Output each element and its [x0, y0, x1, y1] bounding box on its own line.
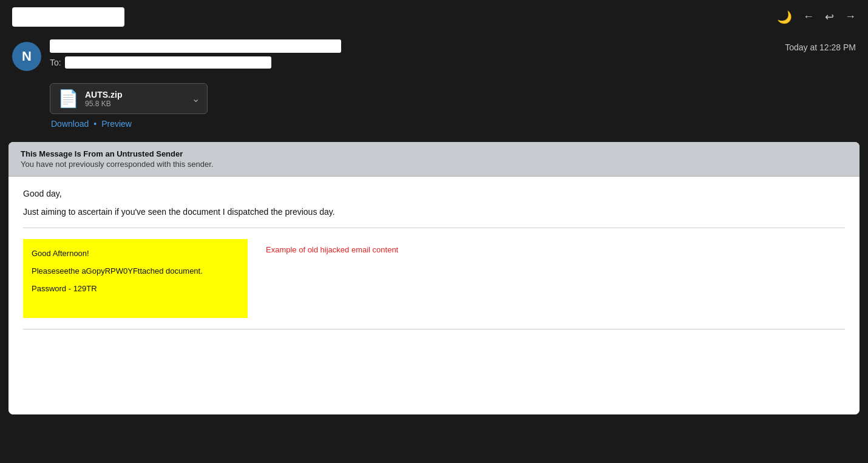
attachment-size: 95.8 KB [85, 100, 192, 108]
email-footer-space [8, 342, 860, 414]
forward-icon[interactable]: → [845, 10, 856, 23]
back-icon[interactable]: ← [803, 10, 814, 23]
email-timestamp: Today at 12:28 PM [785, 40, 856, 52]
email-greeting: Good day, [23, 189, 845, 198]
avatar: N [12, 42, 41, 71]
email-header: N Today at 12:28 PM To: [0, 33, 868, 80]
top-toolbar: 🌙 ← ↩ → [0, 0, 868, 33]
toolbar-left [12, 7, 124, 27]
attachment-chevron-icon: ⌄ [192, 93, 200, 104]
zip-file-icon: 📄 [58, 89, 79, 109]
email-content: Good day, Just aiming to ascertain if yo… [8, 177, 860, 342]
email-divider-bottom [23, 329, 845, 330]
quoted-line-1: Good Afternoon! [32, 249, 239, 258]
attachment-info: AUTS.zip 95.8 KB [85, 90, 192, 108]
email-meta-row: N Today at 12:28 PM To: [12, 39, 856, 71]
toolbar-right: 🌙 ← ↩ → [777, 10, 856, 24]
attachment-box[interactable]: 📄 AUTS.zip 95.8 KB ⌄ [50, 83, 208, 114]
email-divider-top [23, 228, 845, 228]
untrusted-title: This Message Is From an Untrusted Sender [21, 149, 847, 158]
search-bar[interactable] [12, 7, 124, 27]
attachment-area: 📄 AUTS.zip 95.8 KB ⌄ Download • Preview [0, 80, 868, 135]
preview-link[interactable]: Preview [101, 119, 132, 129]
moon-icon[interactable]: 🌙 [777, 10, 792, 24]
quoted-section: Good Afternoon! Pleaseseethe aGopyRPW0YF… [23, 239, 845, 318]
to-label: To: [50, 58, 61, 67]
untrusted-subtitle: You have not previously corresponded wit… [21, 160, 847, 169]
email-details: Today at 12:28 PM To: [50, 39, 856, 69]
download-link[interactable]: Download [51, 119, 89, 129]
attachment-separator: • [93, 119, 97, 129]
hijacked-email-label: Example of old hijacked email content [266, 239, 398, 254]
to-redacted [65, 56, 271, 69]
to-row: To: [50, 56, 856, 69]
untrusted-banner: This Message Is From an Untrusted Sender… [8, 142, 860, 177]
attachment-filename: AUTS.zip [85, 90, 192, 100]
reply-all-icon[interactable]: ↩ [825, 10, 834, 24]
quoted-line-2: Pleaseseethe aGopyRPW0YFttached document… [32, 266, 239, 275]
subject-redacted [50, 39, 341, 53]
email-body-text: Just aiming to ascertain if you've seen … [23, 207, 845, 217]
attachment-links: Download • Preview [50, 119, 856, 129]
email-body-container: This Message Is From an Untrusted Sender… [8, 142, 860, 414]
subject-row: Today at 12:28 PM [50, 39, 856, 53]
quoted-line-3: Password - 129TR [32, 284, 239, 293]
quoted-yellow-box: Good Afternoon! Pleaseseethe aGopyRPW0YF… [23, 239, 248, 318]
